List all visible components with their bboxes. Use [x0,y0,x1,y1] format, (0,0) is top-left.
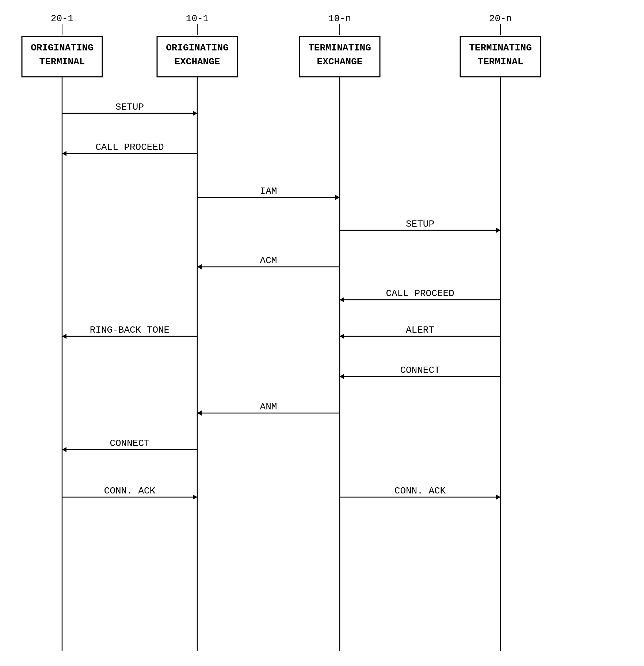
svg-text:IAM: IAM [260,186,277,197]
svg-text:ALERT: ALERT [406,325,434,336]
svg-text:20-n: 20-n [489,13,512,24]
svg-text:10-1: 10-1 [186,13,209,24]
svg-marker-58 [193,495,197,500]
svg-text:CALL PROCEED: CALL PROCEED [386,288,454,299]
svg-text:10-n: 10-n [328,13,351,24]
svg-text:EXCHANGE: EXCHANGE [175,56,220,67]
svg-marker-52 [197,410,202,416]
svg-text:TERMINATING: TERMINATING [308,42,371,53]
svg-text:EXCHANGE: EXCHANGE [317,56,363,67]
svg-marker-61 [496,495,500,500]
svg-text:CONN. ACK: CONN. ACK [395,485,446,496]
svg-text:ORIGINATING: ORIGINATING [166,42,229,53]
svg-text:TERMINAL: TERMINAL [478,56,523,67]
svg-marker-46 [340,334,344,339]
svg-marker-25 [193,111,197,116]
svg-text:ANM: ANM [260,401,277,412]
svg-text:CONNECT: CONNECT [400,365,440,376]
svg-text:CALL PROCEED: CALL PROCEED [95,142,164,153]
svg-text:CONN. ACK: CONN. ACK [104,485,156,496]
svg-marker-31 [335,195,340,200]
svg-marker-40 [340,297,344,302]
svg-text:RING-BACK TONE: RING-BACK TONE [90,325,169,336]
svg-marker-49 [340,374,344,379]
svg-text:ACM: ACM [260,255,277,266]
svg-text:CONNECT: CONNECT [110,438,149,449]
svg-marker-55 [62,447,66,452]
svg-marker-43 [62,334,66,339]
svg-text:TERMINATING: TERMINATING [469,42,532,53]
svg-text:20-1: 20-1 [51,13,73,24]
svg-text:SETUP: SETUP [406,219,434,230]
svg-text:TERMINAL: TERMINAL [39,56,85,67]
svg-marker-28 [62,151,66,156]
svg-text:ORIGINATING: ORIGINATING [31,42,94,53]
svg-marker-34 [496,228,500,233]
sequence-diagram: ORIGINATINGTERMINAL20-1ORIGINATINGEXCHAN… [0,0,644,666]
svg-text:SETUP: SETUP [115,102,144,113]
svg-marker-37 [197,264,202,269]
